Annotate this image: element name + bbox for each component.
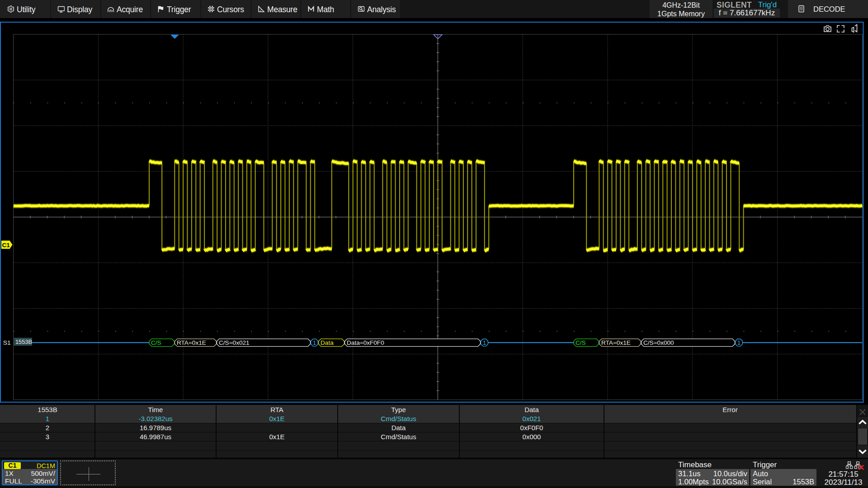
svg-text:Data=0xF0F0: Data=0xF0F0 — [347, 339, 384, 346]
svg-text:S1: S1 — [3, 339, 11, 346]
svg-text:C1: C1 — [2, 242, 10, 249]
svg-text:C/S=0x021: C/S=0x021 — [219, 339, 250, 346]
svg-text:1553B: 1553B — [15, 338, 32, 345]
svg-text:C/S: C/S — [151, 339, 161, 346]
svg-text:C/S=0x000: C/S=0x000 — [643, 339, 674, 346]
svg-text:1: 1 — [313, 339, 316, 346]
svg-text:RTA=0x1E: RTA=0x1E — [177, 339, 206, 346]
svg-text:1: 1 — [483, 339, 486, 346]
svg-text:1: 1 — [737, 339, 741, 346]
svg-text:RTA=0x1E: RTA=0x1E — [601, 339, 631, 346]
svg-text:Data: Data — [321, 339, 334, 346]
svg-text:C/S: C/S — [576, 339, 586, 346]
